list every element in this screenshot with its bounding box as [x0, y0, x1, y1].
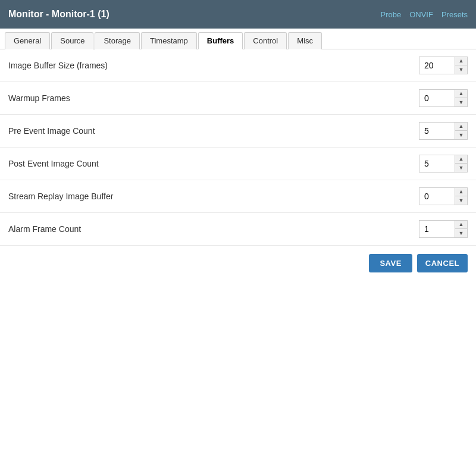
tab-misc[interactable]: Misc	[288, 32, 322, 49]
page-title: Monitor - Monitor-1 (1)	[8, 9, 109, 20]
spinner-up-stream-replay-image-buffer[interactable]: ▲	[455, 188, 467, 196]
spinner-buttons-stream-replay-image-buffer: ▲▼	[455, 187, 468, 205]
form-row-alarm-frame-count: Alarm Frame Count▲▼	[0, 213, 476, 246]
spinner-image-buffer-size: ▲▼	[419, 57, 468, 74]
spinner-up-warmup-frames[interactable]: ▲	[455, 90, 467, 98]
cancel-button[interactable]: CANCEL	[417, 254, 468, 272]
onvif-link[interactable]: ONVIF	[409, 10, 433, 19]
tab-timestamp[interactable]: Timestamp	[141, 32, 197, 49]
tabs-bar: GeneralSourceStorageTimestampBuffersCont…	[0, 29, 476, 49]
form-row-post-event-image-count: Post Event Image Count▲▼	[0, 148, 476, 180]
label-alarm-frame-count: Alarm Frame Count	[8, 224, 81, 234]
spinner-alarm-frame-count: ▲▼	[419, 220, 468, 238]
input-post-event-image-count[interactable]	[419, 155, 455, 173]
input-stream-replay-image-buffer[interactable]	[419, 187, 455, 205]
spinner-buttons-post-event-image-count: ▲▼	[455, 155, 468, 173]
input-alarm-frame-count[interactable]	[419, 220, 455, 238]
label-post-event-image-count: Post Event Image Count	[8, 159, 99, 168]
spinner-warmup-frames: ▲▼	[419, 89, 468, 107]
tab-control[interactable]: Control	[244, 32, 287, 49]
tab-general[interactable]: General	[5, 32, 50, 49]
form-row-pre-event-image-count: Pre Event Image Count▲▼	[0, 115, 476, 148]
spinner-buttons-image-buffer-size: ▲▼	[455, 57, 468, 74]
label-stream-replay-image-buffer: Stream Replay Image Buffer	[8, 192, 113, 201]
tab-buffers[interactable]: Buffers	[198, 32, 243, 49]
form-rows: Image Buffer Size (frames)▲▼Warmup Frame…	[0, 49, 476, 246]
tab-source[interactable]: Source	[51, 32, 93, 49]
content-area: Image Buffer Size (frames)▲▼Warmup Frame…	[0, 49, 476, 281]
spinner-buttons-alarm-frame-count: ▲▼	[455, 220, 468, 238]
spinner-up-post-event-image-count[interactable]: ▲	[455, 155, 467, 164]
spinner-post-event-image-count: ▲▼	[419, 155, 468, 173]
spinner-down-warmup-frames[interactable]: ▼	[455, 98, 467, 106]
spinner-down-image-buffer-size[interactable]: ▼	[455, 65, 467, 74]
input-pre-event-image-count[interactable]	[419, 122, 455, 140]
tab-storage[interactable]: Storage	[95, 32, 140, 49]
probe-link[interactable]: Probe	[380, 10, 401, 19]
spinner-up-image-buffer-size[interactable]: ▲	[455, 57, 467, 65]
save-button[interactable]: SAVE	[369, 254, 412, 272]
header: Monitor - Monitor-1 (1) ProbeONVIFPreset…	[0, 0, 476, 29]
label-pre-event-image-count: Pre Event Image Count	[8, 126, 95, 136]
label-image-buffer-size: Image Buffer Size (frames)	[8, 61, 108, 70]
spinner-down-stream-replay-image-buffer[interactable]: ▼	[455, 196, 467, 205]
form-row-stream-replay-image-buffer: Stream Replay Image Buffer▲▼	[0, 180, 476, 213]
spinner-buttons-pre-event-image-count: ▲▼	[455, 122, 468, 140]
spinner-down-post-event-image-count[interactable]: ▼	[455, 164, 467, 172]
spinner-pre-event-image-count: ▲▼	[419, 122, 468, 140]
form-row-image-buffer-size: Image Buffer Size (frames)▲▼	[0, 49, 476, 82]
spinner-up-pre-event-image-count[interactable]: ▲	[455, 123, 467, 131]
spinner-stream-replay-image-buffer: ▲▼	[419, 187, 468, 205]
input-image-buffer-size[interactable]	[419, 57, 455, 74]
header-links: ProbeONVIFPresets	[380, 10, 468, 19]
presets-link[interactable]: Presets	[441, 10, 468, 19]
spinner-up-alarm-frame-count[interactable]: ▲	[455, 221, 467, 229]
spinner-buttons-warmup-frames: ▲▼	[455, 89, 468, 107]
spinner-down-alarm-frame-count[interactable]: ▼	[455, 229, 467, 237]
action-row: SAVE CANCEL	[0, 246, 476, 281]
form-row-warmup-frames: Warmup Frames▲▼	[0, 82, 476, 115]
label-warmup-frames: Warmup Frames	[8, 93, 70, 103]
spinner-down-pre-event-image-count[interactable]: ▼	[455, 131, 467, 139]
input-warmup-frames[interactable]	[419, 89, 455, 107]
